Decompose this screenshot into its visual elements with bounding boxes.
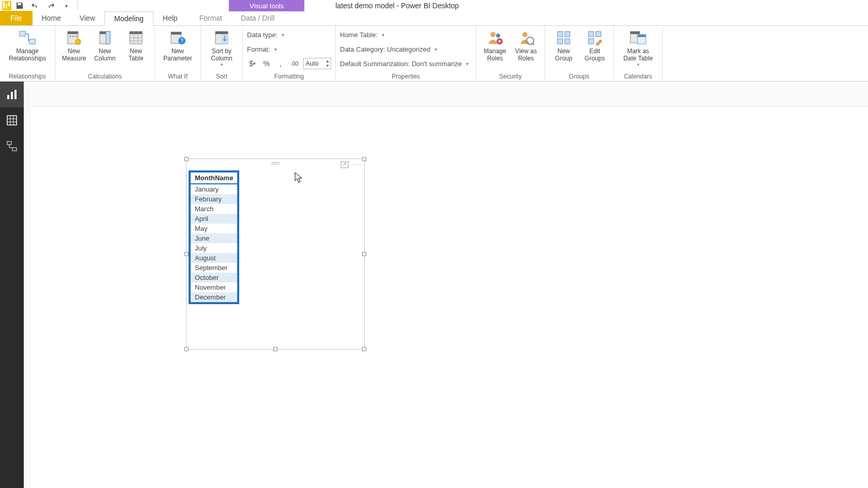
drag-grip[interactable] — [271, 162, 280, 164]
table-icon — [127, 29, 145, 46]
nav-data-view[interactable] — [0, 107, 24, 133]
svg-rect-36 — [596, 32, 601, 37]
relationships-icon — [19, 29, 36, 46]
group-security: Manage Roles View as Roles Security — [476, 26, 545, 81]
currency-button[interactable]: $▾ — [247, 58, 258, 69]
manage-relationships-label: Manage Relationships — [9, 48, 46, 62]
svg-point-25 — [490, 32, 495, 37]
table-header[interactable]: MonthName — [191, 172, 237, 184]
tab-data-drill[interactable]: Data / Drill — [231, 11, 284, 25]
app-icon — [2, 1, 11, 10]
new-column-button[interactable]: New Column — [90, 28, 119, 62]
tab-home[interactable]: Home — [33, 11, 70, 25]
canvas-area: ··· MonthName JanuaryFebruaryMarchAprilM… — [24, 82, 868, 488]
home-table-label: Home Table: — [340, 31, 378, 39]
new-group-button[interactable]: New Group — [549, 28, 578, 62]
undo-icon[interactable] — [30, 1, 40, 11]
save-icon[interactable] — [14, 1, 25, 11]
data-type-dropdown[interactable]: Data type:▾ — [247, 28, 331, 41]
svg-rect-1 — [29, 39, 35, 44]
svg-rect-31 — [557, 32, 563, 37]
manage-roles-button[interactable]: Manage Roles — [481, 28, 509, 62]
new-measure-label: New Measure — [62, 48, 86, 62]
svg-text:+: + — [76, 39, 79, 44]
table-row[interactable]: March — [191, 204, 237, 214]
table-row[interactable]: August — [191, 253, 237, 263]
tab-modeling[interactable]: Modeling — [104, 11, 153, 26]
table-row[interactable]: November — [191, 282, 237, 292]
new-parameter-button[interactable]: ? New Parameter — [159, 28, 196, 62]
sort-by-column-label: Sort by Column — [211, 48, 232, 62]
data-category-dropdown[interactable]: Data Category: Uncategorized▾ — [340, 42, 472, 56]
table-row[interactable]: September — [191, 263, 237, 273]
table-cell: December — [191, 292, 237, 302]
table-visual[interactable]: ··· MonthName JanuaryFebruaryMarchAprilM… — [186, 159, 365, 350]
mark-as-date-table-button[interactable]: Mark as Date Table ▾ — [618, 28, 658, 67]
table-row[interactable]: June — [191, 233, 237, 243]
qat-separator — [78, 1, 78, 10]
svg-point-29 — [526, 37, 534, 44]
decimal-button[interactable]: .00 — [289, 58, 300, 69]
resize-handle[interactable] — [184, 252, 189, 256]
resize-handle[interactable] — [362, 347, 366, 351]
ribbon: Manage Relationships Relationships + New… — [0, 26, 868, 82]
group-calendars: Mark as Date Table ▾ Calendars — [614, 26, 663, 81]
resize-handle[interactable] — [184, 347, 189, 351]
nav-model-view[interactable] — [0, 133, 24, 159]
table-highlight: MonthName JanuaryFebruaryMarchAprilMayJu… — [189, 170, 239, 304]
svg-rect-33 — [557, 39, 563, 44]
redo-icon[interactable] — [45, 1, 56, 11]
more-options-icon[interactable]: ··· — [353, 161, 361, 168]
table-row[interactable]: July — [191, 243, 237, 253]
report-canvas[interactable]: ··· MonthName JanuaryFebruaryMarchAprilM… — [31, 106, 868, 488]
ribbon-tabstrip: File Home View Modeling Help Format Data… — [0, 11, 868, 26]
decimal-spinner[interactable]: Auto ▲▼ — [303, 58, 331, 69]
manage-relationships-button[interactable]: Manage Relationships — [4, 28, 51, 62]
focus-mode-icon[interactable] — [340, 161, 349, 168]
svg-point-26 — [496, 34, 500, 38]
view-as-roles-label: View as Roles — [515, 48, 537, 62]
tab-view[interactable]: View — [70, 11, 104, 25]
resize-handle[interactable] — [362, 252, 366, 256]
tab-file[interactable]: File — [0, 11, 33, 25]
default-summarization-dropdown[interactable]: Default Summarization: Don't summarize▾ — [340, 57, 472, 70]
percent-button[interactable]: % — [261, 58, 272, 69]
resize-handle[interactable] — [184, 157, 189, 161]
sort-by-column-button[interactable]: Sort by Column ▾ — [205, 28, 238, 67]
resize-handle[interactable] — [362, 157, 366, 161]
svg-rect-39 — [630, 32, 640, 34]
group-calculations: + New Measure New Column New Table Calcu… — [55, 26, 155, 81]
table-row[interactable]: February — [191, 194, 237, 204]
parameter-icon: ? — [169, 29, 187, 46]
table-cell: April — [191, 214, 237, 224]
table-row[interactable]: October — [191, 273, 237, 282]
nav-report-view[interactable] — [0, 82, 24, 107]
svg-rect-4 — [69, 36, 71, 37]
qat-dropdown-icon[interactable]: ▾ — [61, 1, 71, 11]
table-row[interactable]: April — [191, 214, 237, 224]
format-dropdown[interactable]: Format:▾ — [247, 42, 331, 56]
tab-help[interactable]: Help — [153, 11, 187, 25]
table-row[interactable]: January — [191, 184, 237, 194]
quick-access-toolbar: ▾ — [14, 1, 79, 11]
group-properties-label: Properties — [340, 72, 472, 80]
tab-format[interactable]: Format — [190, 11, 231, 25]
resize-handle[interactable] — [273, 347, 277, 351]
table-row[interactable]: May — [191, 224, 237, 233]
group-calendars-label: Calendars — [618, 72, 658, 80]
new-measure-button[interactable]: + New Measure — [59, 28, 88, 62]
edit-groups-button[interactable]: Edit Groups — [580, 28, 609, 62]
table-row[interactable]: December — [191, 292, 237, 302]
table-cell: March — [191, 204, 237, 214]
group-formatting-label: Formatting — [247, 72, 331, 80]
view-as-roles-button[interactable]: View as Roles — [512, 28, 540, 62]
measure-icon: + — [65, 29, 83, 46]
svg-rect-35 — [588, 32, 594, 37]
group-sort: Sort by Column ▾ Sort — [201, 26, 243, 81]
home-table-dropdown[interactable]: Home Table:▾ — [340, 28, 472, 41]
new-table-button[interactable]: New Table — [121, 28, 150, 62]
format-label: Format: — [247, 45, 270, 53]
table-cell: November — [191, 282, 237, 292]
thousands-button[interactable]: , — [275, 58, 286, 69]
group-groups: New Group Edit Groups Groups — [545, 26, 614, 81]
